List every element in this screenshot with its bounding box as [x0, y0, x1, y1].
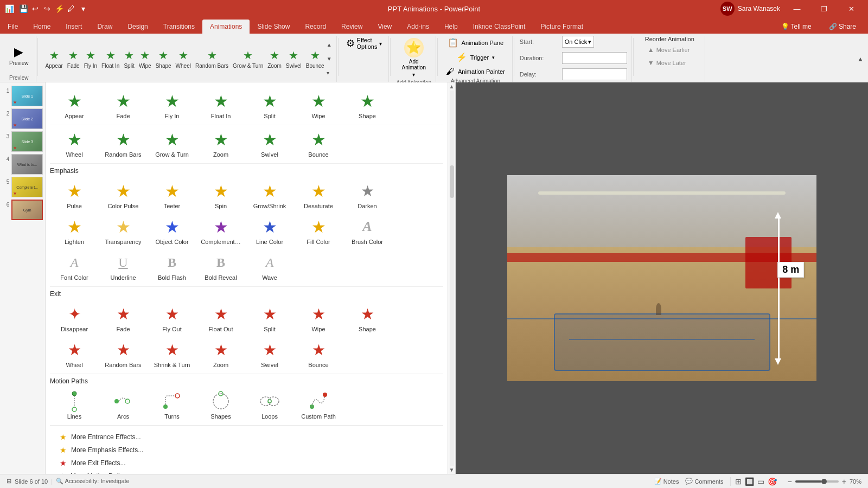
- grow-turn-btn[interactable]: ★ Grow & Turn: [231, 48, 265, 70]
- slideshow-view-btn[interactable]: 🎯: [768, 477, 777, 486]
- quick-icon[interactable]: ⚡: [54, 4, 64, 14]
- anim-float-in[interactable]: ★ Float In: [196, 87, 245, 123]
- anim-arcs[interactable]: Arcs: [99, 387, 148, 423]
- scroll-down-arrow[interactable]: ▼: [449, 467, 455, 473]
- slide-thumb-3[interactable]: 3 Slide 3 ★: [2, 131, 43, 152]
- move-later-btn[interactable]: ▼ Move Later: [645, 57, 689, 68]
- slide-thumb-2[interactable]: 2 Slide 2 ★: [2, 108, 43, 129]
- anim-line-color[interactable]: ★ Line Color: [245, 213, 294, 248]
- anim-fade-entrance[interactable]: ★ Fade: [99, 87, 148, 123]
- delay-input[interactable]: [562, 68, 627, 80]
- swivel-ribbon-btn[interactable]: ★ Swivel: [284, 48, 304, 70]
- close-btn[interactable]: ✕: [839, 0, 864, 17]
- wheel-btn[interactable]: ★ Wheel: [174, 48, 193, 70]
- share-btn[interactable]: 🔗 Share: [821, 20, 864, 34]
- anim-shrink-turn[interactable]: ★ Shrink & Turn: [148, 336, 196, 371]
- tab-design[interactable]: Design: [120, 20, 155, 34]
- undo-icon[interactable]: ↩: [30, 4, 40, 14]
- tab-draw[interactable]: Draw: [90, 20, 120, 34]
- anim-split-exit[interactable]: ★ Split: [245, 300, 294, 336]
- anim-underline[interactable]: U Underline: [99, 248, 148, 284]
- tab-home[interactable]: Home: [25, 20, 58, 34]
- anim-font-color[interactable]: A Font Color: [50, 248, 99, 284]
- anim-lines[interactable]: Lines: [50, 387, 99, 423]
- split-btn[interactable]: ★ Split: [122, 48, 136, 70]
- notes-btn[interactable]: 📝Notes: [654, 478, 679, 485]
- tab-picture-format[interactable]: Picture Format: [533, 20, 591, 34]
- minimize-btn[interactable]: —: [784, 0, 809, 17]
- tab-view[interactable]: View: [370, 20, 399, 34]
- anim-shape-entrance[interactable]: ★ Shape: [343, 87, 392, 123]
- fade-btn[interactable]: ★ Fade: [65, 48, 82, 70]
- anim-swivel-exit[interactable]: ★ Swivel: [245, 336, 294, 371]
- save-icon[interactable]: 💾: [18, 4, 28, 14]
- anim-zoom-exit[interactable]: ★ Zoom: [196, 336, 245, 371]
- tab-transitions[interactable]: Transitions: [156, 20, 202, 34]
- fly-in-btn[interactable]: ★ Fly In: [82, 48, 99, 70]
- anim-shape-exit[interactable]: ★ Shape: [343, 300, 392, 336]
- accessibility-btn[interactable]: 🔍 Accessibility: Investigate: [56, 478, 130, 485]
- anim-fly-out[interactable]: ★ Fly Out: [148, 300, 196, 336]
- anim-teeter[interactable]: ★ Teeter: [148, 177, 196, 213]
- anim-custom-path[interactable]: Custom Path: [294, 387, 343, 423]
- slide-thumb-5[interactable]: 5 Complete t... ★: [2, 177, 43, 197]
- customize-icon[interactable]: 🖊: [66, 4, 76, 14]
- animation-painter-btn[interactable]: 🖌 Animation Painter: [443, 65, 508, 78]
- redo-icon[interactable]: ↪: [42, 4, 52, 14]
- anim-wipe-entrance[interactable]: ★ Wipe: [294, 87, 343, 123]
- anim-swivel-entrance[interactable]: ★ Swivel: [245, 125, 294, 161]
- add-animation-btn[interactable]: ⭐ AddAnimation ▾: [397, 36, 430, 80]
- anim-spin[interactable]: ★ Spin: [196, 177, 245, 213]
- anim-random-bars-exit[interactable]: ★ Random Bars: [99, 336, 148, 371]
- wipe-btn[interactable]: ★ Wipe: [137, 48, 154, 70]
- reading-view-btn[interactable]: ▭: [757, 477, 764, 486]
- tab-file[interactable]: File: [0, 20, 25, 34]
- more-entrance-btn[interactable]: ★ More Entrance Effects...: [56, 431, 437, 444]
- slide-thumb-4[interactable]: 4 What is to...: [2, 154, 43, 175]
- tell-me-btn[interactable]: 💡 Tell me: [774, 20, 819, 34]
- random-bars-btn[interactable]: ★ Random Bars: [193, 48, 231, 70]
- anim-bold-flash[interactable]: B Bold Flash: [148, 248, 196, 284]
- anim-wheel-entrance[interactable]: ★ Wheel: [50, 125, 99, 161]
- tab-addins[interactable]: Add-ins: [399, 20, 437, 34]
- tab-insert[interactable]: Insert: [58, 20, 90, 34]
- anim-shapes-motion[interactable]: Shapes: [196, 387, 245, 423]
- animation-pane-btn[interactable]: 📋 Animation Pane: [443, 36, 508, 49]
- anim-grow-turn-entrance[interactable]: ★ Grow & Turn: [148, 125, 196, 161]
- anim-loops[interactable]: Loops: [245, 387, 294, 423]
- anim-pulse[interactable]: ★ Pulse: [50, 177, 99, 213]
- user-initials[interactable]: SW: [720, 2, 735, 16]
- more-motion-paths-btn[interactable]: ✦ More Motion Paths...: [56, 470, 437, 474]
- more-emphasis-btn[interactable]: ★ More Emphasis Effects...: [56, 444, 437, 457]
- anim-turns[interactable]: Turns: [148, 387, 196, 423]
- collapse-ribbon-btn[interactable]: ▲: [857, 55, 864, 63]
- anim-random-bars-entrance[interactable]: ★ Random Bars: [99, 125, 148, 161]
- more-quick-icon[interactable]: ▾: [78, 4, 88, 14]
- anim-wave[interactable]: A Wave: [245, 248, 294, 284]
- anim-transparency[interactable]: ★ Transparency: [99, 213, 148, 248]
- anim-bounce-exit[interactable]: ★ Bounce: [294, 336, 343, 371]
- anim-color-pulse[interactable]: ★ Color Pulse: [99, 177, 148, 213]
- shape-btn[interactable]: ★ Shape: [154, 48, 174, 70]
- bounce-btn[interactable]: ★ Bounce: [304, 48, 327, 70]
- anim-complement[interactable]: ★ Complement…: [196, 213, 245, 248]
- tab-help[interactable]: Help: [437, 20, 465, 34]
- anim-appear[interactable]: ★ Appear: [50, 87, 99, 123]
- anim-desaturate[interactable]: ★ Desaturate: [294, 177, 343, 213]
- anim-fill-color[interactable]: ★ Fill Color: [294, 213, 343, 248]
- appear-btn[interactable]: ★ Appear: [43, 48, 65, 70]
- zoom-track[interactable]: [795, 480, 839, 483]
- move-earlier-btn[interactable]: ▲ Move Earlier: [645, 44, 693, 55]
- tab-record[interactable]: Record: [297, 20, 334, 34]
- anim-float-out[interactable]: ★ Float Out: [196, 300, 245, 336]
- tab-animations[interactable]: Animations: [202, 20, 250, 34]
- trigger-btn[interactable]: ⚡ Trigger ▾: [443, 50, 508, 64]
- zoom-btn[interactable]: ★ Zoom: [265, 48, 284, 70]
- anim-wheel-exit[interactable]: ★ Wheel: [50, 336, 99, 371]
- anim-zoom-entrance[interactable]: ★ Zoom: [196, 125, 245, 161]
- tab-slideshow[interactable]: Slide Show: [250, 20, 297, 34]
- anim-split-entrance[interactable]: ★ Split: [245, 87, 294, 123]
- anim-lighten[interactable]: ★ Lighten: [50, 213, 99, 248]
- anim-disappear[interactable]: ✦ Disappear: [50, 300, 99, 336]
- duration-input[interactable]: [562, 52, 627, 64]
